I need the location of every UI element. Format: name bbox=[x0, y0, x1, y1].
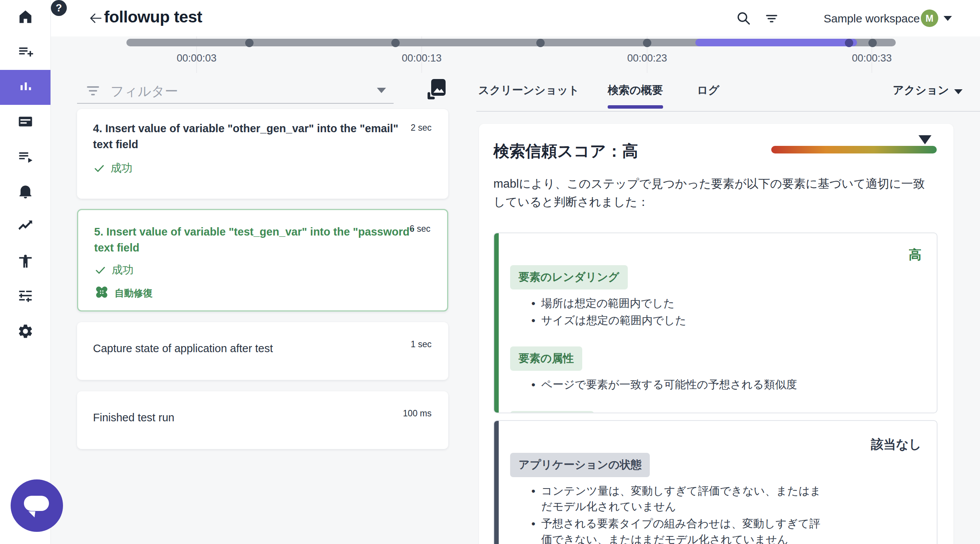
check-icon bbox=[94, 264, 106, 276]
sidebar-item-home[interactable] bbox=[0, 0, 51, 35]
factor-rating: 該当なし bbox=[871, 436, 921, 453]
factor-bullet: 予想される要素タイプの組み合わせは、変動しすぎて評価できない、またはまだモデル化… bbox=[510, 516, 822, 544]
confidence-description: mablにより、このステップで見つかった要素が以下の要素に基づいて適切に一致して… bbox=[493, 175, 930, 211]
step-card-4[interactable]: 4. Insert value of variable "other_gen_v… bbox=[77, 109, 448, 199]
step-duration: 100 ms bbox=[403, 408, 431, 419]
factor-bullet: コンテンツ量は、変動しすぎて評価できない、またはまだモデル化されていません bbox=[510, 483, 822, 514]
factor-accent-bar bbox=[494, 233, 499, 413]
step-title: Capture state of application after test bbox=[93, 340, 419, 356]
tab-screenshot[interactable]: スクリーンショット bbox=[478, 83, 579, 98]
actions-menu-label: アクション bbox=[893, 83, 949, 98]
help-icon[interactable]: ? bbox=[51, 0, 67, 16]
sidebar bbox=[0, 0, 51, 544]
timeline-scrubber[interactable]: 00:00:0300:00:1300:00:2300:00:33 bbox=[126, 37, 896, 75]
timeline-step-marker[interactable] bbox=[391, 39, 400, 47]
step-title: Finished test run bbox=[93, 410, 419, 426]
factor-accent-bar bbox=[494, 421, 499, 544]
active-tab-underline bbox=[608, 105, 663, 108]
step-duration: 2 sec bbox=[410, 123, 431, 133]
filter-dropdown-caret-icon[interactable] bbox=[377, 88, 386, 93]
step-status: 成功 bbox=[110, 161, 132, 176]
gear-icon bbox=[17, 323, 34, 341]
accessibility-icon bbox=[17, 253, 34, 271]
step-card-5[interactable]: 5. Insert value of variable "test_gen_va… bbox=[77, 209, 448, 311]
auto-heal-bandage-icon bbox=[94, 284, 109, 301]
search-icon[interactable] bbox=[735, 10, 752, 27]
factor-bullet: サイズは想定の範囲内でした bbox=[510, 313, 921, 328]
step-filter-input[interactable]: フィルター bbox=[77, 78, 394, 104]
timeline-selected-step-segment[interactable] bbox=[695, 39, 857, 46]
factor-bullet: 場所は想定の範囲内でした bbox=[510, 295, 921, 311]
tune-icon bbox=[17, 288, 34, 306]
timeline-step-marker[interactable] bbox=[869, 39, 877, 47]
sidebar-item-settings[interactable] bbox=[0, 314, 51, 349]
avatar[interactable]: M bbox=[921, 10, 938, 27]
back-button[interactable] bbox=[87, 10, 104, 27]
step-title: 5. Insert value of variable "test_gen_va… bbox=[94, 224, 420, 256]
step-title: 4. Insert value of variable "other_gen_v… bbox=[93, 120, 419, 152]
step-status: 成功 bbox=[111, 263, 134, 278]
step-card-capture[interactable]: Capture state of application after test … bbox=[77, 322, 448, 380]
sidebar-item-insights[interactable] bbox=[0, 210, 51, 245]
header: followup test ? Sample workspace M bbox=[51, 0, 980, 37]
sidebar-item-plans[interactable] bbox=[0, 105, 51, 140]
card-notes-icon bbox=[17, 113, 34, 131]
factor-section-label: 要素テキスト bbox=[510, 411, 594, 413]
playlist-play-icon bbox=[17, 148, 34, 166]
factor-section-label: 要素の属性 bbox=[510, 346, 582, 371]
confidence-meter bbox=[771, 146, 937, 153]
factor-section-label: アプリケーションの状態 bbox=[510, 453, 650, 477]
chevron-down-icon[interactable] bbox=[943, 16, 952, 21]
tab-search-summary[interactable]: 検索の概要 bbox=[608, 83, 663, 98]
filter-icon[interactable] bbox=[763, 10, 780, 27]
timeline-step-marker[interactable] bbox=[245, 39, 253, 47]
page-title: followup test bbox=[104, 8, 202, 26]
playlist-add-icon bbox=[17, 43, 34, 62]
timeline-tick-label: 00:00:33 bbox=[852, 53, 892, 64]
sidebar-item-accessibility[interactable] bbox=[0, 245, 51, 279]
step-card-finished[interactable]: Finished test run 100 ms bbox=[77, 391, 448, 449]
auto-heal-label: 自動修復 bbox=[115, 287, 153, 299]
timeline-tick-label: 00:00:03 bbox=[177, 53, 217, 64]
filter-placeholder: フィルター bbox=[110, 83, 178, 100]
step-duration: 6 sec bbox=[409, 224, 430, 234]
tab-divider bbox=[476, 111, 980, 112]
trending-up-icon bbox=[17, 218, 34, 236]
actions-menu-button[interactable]: アクション bbox=[893, 83, 963, 98]
chat-launcher-button[interactable] bbox=[11, 479, 63, 532]
timeline-step-marker[interactable] bbox=[643, 39, 651, 47]
confidence-meter-marker-icon bbox=[918, 135, 931, 144]
sidebar-item-runs[interactable] bbox=[0, 140, 51, 175]
timeline-bar[interactable] bbox=[126, 39, 896, 46]
home-icon bbox=[17, 8, 34, 27]
sidebar-item-notifications[interactable] bbox=[0, 175, 51, 210]
check-icon bbox=[93, 162, 105, 174]
factor-card-element-match: 高 要素のレンダリング 場所は想定の範囲内でした サイズは想定の範囲内でした 要… bbox=[493, 233, 937, 413]
timeline-tick-label: 00:00:23 bbox=[627, 53, 667, 64]
timeline-step-marker[interactable] bbox=[536, 39, 545, 47]
confidence-score-heading: 検索信頼スコア：高 bbox=[493, 140, 638, 162]
bell-icon bbox=[17, 183, 34, 201]
sidebar-item-configuration[interactable] bbox=[0, 279, 51, 314]
search-summary-panel: 検索信頼スコア：高 mablにより、このステップで見つかった要素が以下の要素に基… bbox=[479, 124, 953, 544]
tab-log[interactable]: ログ bbox=[697, 83, 719, 98]
chevron-down-icon bbox=[954, 89, 963, 94]
timeline-tick-label: 00:00:13 bbox=[402, 53, 441, 64]
screenshot-gallery-button[interactable] bbox=[423, 77, 448, 101]
factor-rating: 高 bbox=[908, 246, 921, 264]
sidebar-item-results[interactable] bbox=[0, 70, 51, 105]
step-duration: 1 sec bbox=[410, 339, 431, 349]
workspace-selector-label[interactable]: Sample workspace bbox=[824, 12, 920, 25]
filter-funnel-icon bbox=[86, 84, 100, 97]
factor-bullet: ページで要素が一致する可能性の予想される類似度 bbox=[510, 377, 921, 392]
timeline-step-marker[interactable] bbox=[845, 39, 853, 47]
bar-chart-icon bbox=[17, 78, 34, 96]
sidebar-item-new-test[interactable] bbox=[0, 35, 51, 70]
factor-section-label: 要素のレンダリング bbox=[510, 265, 628, 289]
factor-card-application-state: 該当なし アプリケーションの状態 コンテンツ量は、変動しすぎて評価できない、また… bbox=[493, 420, 937, 544]
